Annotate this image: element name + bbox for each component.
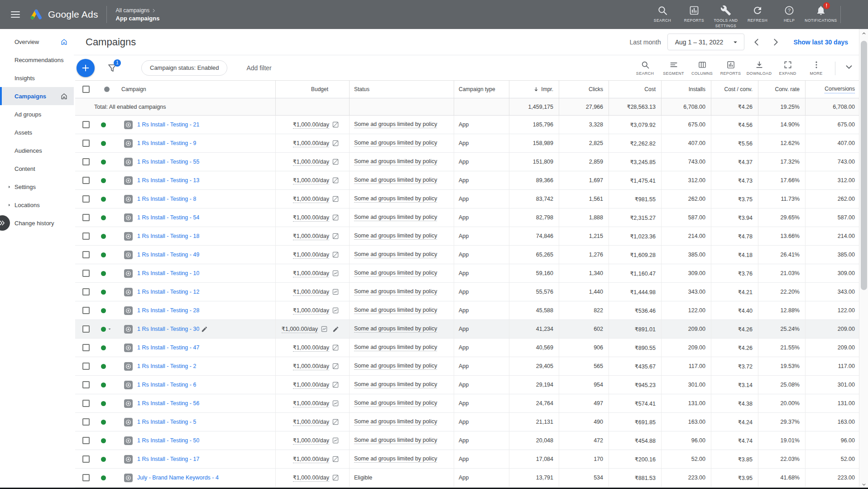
- filter-icon[interactable]: 1: [107, 63, 118, 73]
- tool-download[interactable]: DOWNLOAD: [745, 60, 773, 76]
- campaign-name-link[interactable]: 1 Rs Install - Testing - 8: [137, 196, 196, 202]
- next-period-button[interactable]: [771, 36, 782, 48]
- breadcrumb-parent[interactable]: All campaigns: [116, 7, 150, 14]
- campaign-name-link[interactable]: 1 Rs Install - Testing - 56: [137, 400, 199, 407]
- sidebar-item-content[interactable]: Content: [0, 160, 74, 178]
- campaign-name-link[interactable]: 1 Rs Install - Testing - 2: [137, 363, 196, 369]
- campaign-name-link[interactable]: 1 Rs Install - Testing - 17: [137, 456, 199, 462]
- tool-more[interactable]: MORE: [802, 60, 830, 76]
- campaign-name-link[interactable]: 1 Rs Install - Testing - 54: [137, 214, 199, 221]
- row-checkbox[interactable]: [82, 288, 90, 295]
- budget-value[interactable]: ₹1,000.00/day: [293, 214, 329, 222]
- row-checkbox[interactable]: [82, 214, 90, 221]
- tool-reports[interactable]: REPORTS: [716, 60, 745, 76]
- column-header-cost[interactable]: Cost: [609, 81, 661, 98]
- column-header-cost-conv[interactable]: Cost / conv.: [711, 81, 758, 98]
- select-all-checkbox[interactable]: [82, 86, 90, 93]
- budget-value[interactable]: ₹1,000.00/day: [293, 195, 329, 203]
- row-checkbox[interactable]: [82, 195, 90, 203]
- row-checkbox[interactable]: [82, 177, 90, 184]
- row-checkbox[interactable]: [82, 344, 90, 351]
- add-filter-button[interactable]: Add filter: [246, 64, 271, 72]
- enabled-status-dot[interactable]: [101, 401, 106, 406]
- campaign-name-link[interactable]: July - Brand Name Keywords - 4: [137, 474, 219, 481]
- enabled-status-dot[interactable]: [101, 364, 106, 369]
- row-checkbox[interactable]: [82, 400, 90, 407]
- topbar-action-refresh[interactable]: REFRESH: [742, 5, 773, 23]
- column-header-campaign-type[interactable]: Campaign type: [454, 81, 509, 98]
- enabled-status-dot[interactable]: [101, 271, 106, 276]
- column-header-campaign[interactable]: Campaign: [117, 81, 275, 98]
- budget-value[interactable]: ₹1,000.00/day: [293, 177, 329, 184]
- enabled-status-dot[interactable]: [101, 160, 106, 165]
- campaign-name-link[interactable]: 1 Rs Install - Testing - 55: [137, 159, 199, 165]
- date-range-select[interactable]: Aug 1 – 31, 2022: [667, 34, 745, 50]
- campaign-name-link[interactable]: 1 Rs Install - Testing - 5: [137, 419, 196, 425]
- menu-icon[interactable]: [10, 9, 21, 20]
- column-header-status[interactable]: Status: [349, 81, 454, 98]
- sidebar-item-assets[interactable]: Assets: [0, 123, 74, 141]
- budget-value[interactable]: ₹1,000.00/day: [293, 158, 329, 166]
- sidebar-item-ad-groups[interactable]: Ad groups: [0, 105, 74, 123]
- campaign-name-link[interactable]: 1 Rs Install - Testing - 13: [137, 177, 199, 184]
- budget-value[interactable]: ₹1,000.00/day: [293, 381, 329, 389]
- sidebar-item-recommendations[interactable]: Recommendations: [0, 51, 74, 69]
- previous-period-button[interactable]: [752, 36, 763, 48]
- budget-value[interactable]: ₹1,000.00/day: [293, 140, 329, 147]
- row-checkbox[interactable]: [82, 437, 90, 444]
- status-caret-down-icon[interactable]: [107, 326, 112, 332]
- enabled-status-dot[interactable]: [101, 308, 106, 313]
- collapse-toolbar-chevron[interactable]: [841, 59, 857, 75]
- enabled-status-dot[interactable]: [101, 178, 106, 183]
- tool-search[interactable]: SEARCH: [631, 60, 659, 76]
- enabled-status-dot[interactable]: [101, 382, 106, 387]
- row-checkbox[interactable]: [82, 232, 90, 240]
- campaign-name-link[interactable]: 1 Rs Install - Testing - 21: [137, 121, 199, 128]
- status-dot-header[interactable]: [104, 87, 110, 92]
- show-last-30-days-link[interactable]: Show last 30 days: [793, 39, 848, 46]
- topbar-action-tools-and-settings[interactable]: TOOLS AND SETTINGS: [710, 5, 742, 28]
- row-checkbox[interactable]: [82, 121, 90, 128]
- enabled-status-dot[interactable]: [101, 438, 106, 443]
- enabled-status-dot[interactable]: [101, 141, 106, 146]
- campaign-name-link[interactable]: 1 Rs Install - Testing - 9: [137, 140, 196, 146]
- campaign-name-link[interactable]: 1 Rs Install - Testing - 49: [137, 252, 199, 258]
- scrollbar-thumb[interactable]: [861, 41, 867, 290]
- sidebar-item-audiences[interactable]: Audiences: [0, 141, 74, 160]
- topbar-action-reports[interactable]: REPORTS: [678, 5, 710, 23]
- budget-value[interactable]: ₹1,000.00/day: [293, 418, 329, 426]
- edit-name-pencil-icon[interactable]: [201, 326, 208, 333]
- budget-value[interactable]: ₹1,000.00/day: [282, 325, 318, 333]
- enabled-status-dot[interactable]: [101, 197, 106, 202]
- campaign-name-link[interactable]: 1 Rs Install - Testing - 18: [137, 233, 199, 239]
- row-checkbox[interactable]: [82, 270, 90, 277]
- row-checkbox[interactable]: [82, 381, 90, 388]
- enabled-status-dot[interactable]: [101, 420, 106, 425]
- tool-segment[interactable]: SEGMENT: [659, 60, 688, 76]
- topbar-action-search[interactable]: SEARCH: [647, 5, 678, 23]
- sidebar-item-overview[interactable]: Overview: [0, 33, 74, 51]
- budget-value[interactable]: ₹1,000.00/day: [293, 288, 329, 296]
- budget-value[interactable]: ₹1,000.00/day: [293, 232, 329, 240]
- campaign-name-link[interactable]: 1 Rs Install - Testing - 6: [137, 382, 196, 388]
- row-checkbox[interactable]: [82, 140, 90, 147]
- enabled-status-dot[interactable]: [101, 345, 106, 350]
- budget-value[interactable]: ₹1,000.00/day: [293, 121, 329, 129]
- page-scrollbar[interactable]: [859, 29, 868, 489]
- row-checkbox[interactable]: [82, 418, 90, 426]
- row-checkbox[interactable]: [82, 363, 90, 370]
- budget-value[interactable]: ₹1,000.00/day: [293, 363, 329, 370]
- campaign-name-link[interactable]: 1 Rs Install - Testing - 28: [137, 307, 199, 314]
- sidebar-item-change-history[interactable]: Change history: [0, 214, 74, 232]
- enabled-status-dot[interactable]: [101, 215, 106, 220]
- budget-value[interactable]: ₹1,000.00/day: [293, 455, 329, 463]
- column-header-impr[interactable]: Impr.: [509, 81, 559, 98]
- sidebar-item-insights[interactable]: Insights: [0, 69, 74, 87]
- enabled-status-dot[interactable]: [101, 290, 106, 295]
- row-checkbox[interactable]: [82, 307, 90, 314]
- campaign-name-link[interactable]: 1 Rs Install - Testing - 12: [137, 289, 199, 295]
- enabled-status-dot[interactable]: [101, 475, 106, 480]
- enabled-status-dot[interactable]: [101, 327, 106, 332]
- enabled-status-dot[interactable]: [101, 234, 106, 239]
- budget-value[interactable]: ₹1,000.00/day: [293, 474, 329, 482]
